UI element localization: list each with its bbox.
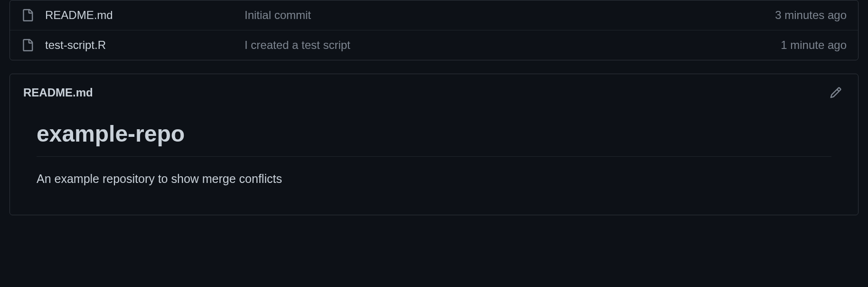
readme-filename[interactable]: README.md (23, 86, 93, 99)
edit-icon[interactable] (827, 84, 845, 102)
readme-content: example-repo An example repository to sh… (10, 111, 858, 215)
file-name: README.md (45, 9, 245, 22)
commit-message: Initial commit (245, 9, 775, 22)
file-link[interactable]: README.md (45, 9, 113, 21)
file-name: test-script.R (45, 38, 245, 52)
file-row: README.md Initial commit 3 minutes ago (10, 0, 858, 30)
commit-time: 1 minute ago (781, 38, 847, 52)
commit-link[interactable]: Initial commit (245, 9, 311, 21)
file-row: test-script.R I created a test script 1 … (10, 30, 858, 60)
readme-description: An example repository to show merge conf… (37, 170, 831, 188)
commit-link[interactable]: I created a test script (245, 38, 350, 51)
commit-message: I created a test script (245, 38, 781, 52)
commit-time: 3 minutes ago (775, 9, 847, 22)
file-link[interactable]: test-script.R (45, 38, 106, 51)
readme-panel: README.md example-repo An example reposi… (9, 74, 859, 215)
readme-heading: example-repo (37, 121, 831, 157)
file-icon (21, 39, 34, 51)
file-list: README.md Initial commit 3 minutes ago t… (9, 0, 859, 60)
readme-header: README.md (10, 74, 858, 111)
file-icon (21, 9, 34, 21)
